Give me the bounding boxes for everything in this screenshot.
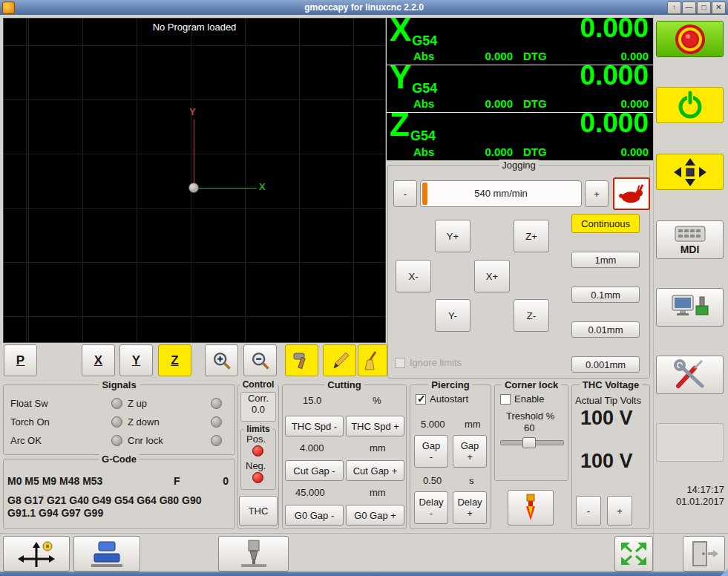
jog-x-plus-button[interactable]: X+ <box>474 260 510 292</box>
jog-pad-icon <box>672 157 709 188</box>
signal-z-down-led <box>211 416 222 428</box>
spindle-tool-icon <box>235 539 272 569</box>
origin-marker <box>188 183 199 193</box>
threshold-slider-handle[interactable] <box>522 437 536 448</box>
thc-button[interactable]: THC <box>239 496 278 526</box>
jogging-title: Jogging <box>499 160 539 171</box>
jog-y-plus-button[interactable]: Y+ <box>435 220 470 252</box>
g0-gap-plus-button[interactable]: G0 Gap + <box>346 505 404 526</box>
jog-mode-button[interactable] <box>656 154 724 190</box>
emergency-stop-icon <box>673 23 707 56</box>
pierce-gap-minus-label: Gap <box>422 440 441 451</box>
pierce-gap-minus-button[interactable]: Gap - <box>414 435 448 468</box>
increment-001mm-button[interactable]: 0.01mm <box>571 321 640 338</box>
limit-pos-label: Pos. <box>246 433 266 445</box>
view-p-button[interactable]: P <box>4 344 37 376</box>
ignore-limits-checkbox[interactable] <box>395 358 405 368</box>
jog-z-minus-button[interactable]: Z- <box>514 299 549 332</box>
jog-speed-slider[interactable]: 540 mm/min <box>420 180 582 207</box>
corner-lock-enable-checkbox[interactable] <box>500 394 511 405</box>
torch-button[interactable] <box>508 490 554 526</box>
increment-01mm-button[interactable]: 0.1mm <box>571 287 640 303</box>
view-x-button[interactable]: X <box>82 344 115 376</box>
settings-button[interactable] <box>656 356 724 394</box>
increment-0001mm-button[interactable]: 0.001mm <box>571 356 640 373</box>
g0-gap-minus-button[interactable]: G0 Gap - <box>285 505 344 526</box>
jog-speed-plus-button[interactable]: + <box>585 180 609 207</box>
dro-panel: XG54 0.000 Abs 0.000 DTG 0.000 YG54 0.00… <box>387 18 653 160</box>
volts-plus-button[interactable]: + <box>607 496 632 526</box>
zoom-in-button[interactable] <box>205 344 238 376</box>
view-y-button[interactable]: Y <box>119 344 153 376</box>
setup-mode-button[interactable] <box>656 288 724 327</box>
pierce-gap-value: 5.000 <box>421 419 445 430</box>
touch-off-button[interactable] <box>3 536 70 572</box>
rabbit-icon <box>617 183 646 205</box>
axis-x-abs-value: 0.000 <box>457 50 513 62</box>
axis-y-letter: YG54 <box>390 59 437 96</box>
axis-x-dtg-label: DTG <box>523 50 547 62</box>
signals-title: Signals <box>99 379 139 390</box>
axis-y-dtg-label: DTG <box>523 97 547 110</box>
window-close-button[interactable]: ✕ <box>712 1 726 14</box>
view-z-button[interactable]: Z <box>158 344 191 376</box>
jog-z-plus-button[interactable]: Z+ <box>514 220 549 252</box>
actual-volts-value: 100 V <box>580 407 633 430</box>
pierce-delay-minus-button[interactable]: Delay - <box>414 491 448 524</box>
window-shade-button[interactable]: ↑ <box>667 1 681 14</box>
axis-x-letter: XG54 <box>390 12 437 49</box>
tool-measure-button[interactable] <box>285 344 318 376</box>
signal-float-sw-led <box>111 398 122 409</box>
piercing-title: Piercing <box>428 379 472 390</box>
zoom-in-icon <box>211 350 232 371</box>
probe-button[interactable] <box>73 536 140 572</box>
signal-cnr-lock-label: Cnr lock <box>128 435 163 446</box>
dro-axis-y[interactable]: YG54 0.000 Abs 0.000 DTG 0.000 <box>387 65 653 113</box>
limit-neg-label: Neg. <box>246 460 266 471</box>
zoom-out-button[interactable] <box>243 344 277 376</box>
dro-axis-x[interactable]: XG54 0.000 Abs 0.000 DTG 0.000 <box>387 18 653 65</box>
volts-minus-button[interactable]: - <box>576 496 601 526</box>
estop-button[interactable] <box>656 21 724 57</box>
jog-speed-minus-button[interactable]: - <box>393 180 417 207</box>
pierce-gap-minus-sign: - <box>430 451 433 462</box>
tool-change-button[interactable] <box>218 536 289 572</box>
thc-speed-plus-button[interactable]: THC Spd + <box>346 416 404 436</box>
axis-y-value: 0.000 <box>580 61 649 91</box>
jog-y-minus-button[interactable]: Y- <box>435 299 470 332</box>
jog-continuous-button[interactable]: Continuous <box>571 214 640 233</box>
autostart-checkbox[interactable] <box>416 394 426 405</box>
resize-grip[interactable] <box>721 569 728 576</box>
pierce-delay-minus-label: Delay <box>419 497 443 508</box>
dro-axis-z[interactable]: ZG54 0.000 Abs 0.000 DTG 0.000 <box>387 113 653 160</box>
cut-gap-plus-button[interactable]: Cut Gap + <box>346 460 404 481</box>
pierce-gap-plus-button[interactable]: Gap + <box>453 435 487 468</box>
exit-button[interactable] <box>683 536 725 572</box>
exit-door-icon <box>689 540 720 568</box>
window-maximize-button[interactable]: □ <box>697 1 711 14</box>
touch-plate-icon <box>88 539 125 569</box>
mdi-mode-button[interactable]: MDI <box>656 220 724 259</box>
fullscreen-button[interactable] <box>614 536 653 572</box>
jog-x-minus-button[interactable]: X- <box>396 260 431 292</box>
increment-1mm-button[interactable]: 1mm <box>571 252 640 268</box>
pierce-delay-plus-button[interactable]: Delay + <box>453 491 487 524</box>
keypad-icon <box>674 225 706 243</box>
dimensions-button[interactable] <box>323 344 356 376</box>
thc-speed-minus-button[interactable]: THC Spd - <box>285 416 344 436</box>
no-program-message: No Program loaded <box>4 22 385 33</box>
clock-date: 01.01.2017 <box>656 496 724 507</box>
actual-tip-volts-label: Actual Tip Volts <box>575 395 641 406</box>
jog-fast-toggle-button[interactable] <box>613 177 650 210</box>
corner-lock-title: Corner lock <box>502 379 561 390</box>
y-axis-label: Y <box>189 106 196 117</box>
window-minimize-button[interactable]: — <box>682 1 696 14</box>
gremlin-preview[interactable]: No Program loaded Y X <box>3 18 386 343</box>
machine-on-button[interactable] <box>656 87 724 123</box>
signal-float-sw-label: Float Sw <box>10 398 48 409</box>
pierce-delay-value: 0.50 <box>423 475 442 486</box>
clear-plot-button[interactable] <box>358 344 387 376</box>
cut-gap-minus-button[interactable]: Cut Gap - <box>285 460 344 481</box>
ignore-limits-label: Ignore limits <box>410 357 462 368</box>
x-axis-line <box>194 188 257 189</box>
